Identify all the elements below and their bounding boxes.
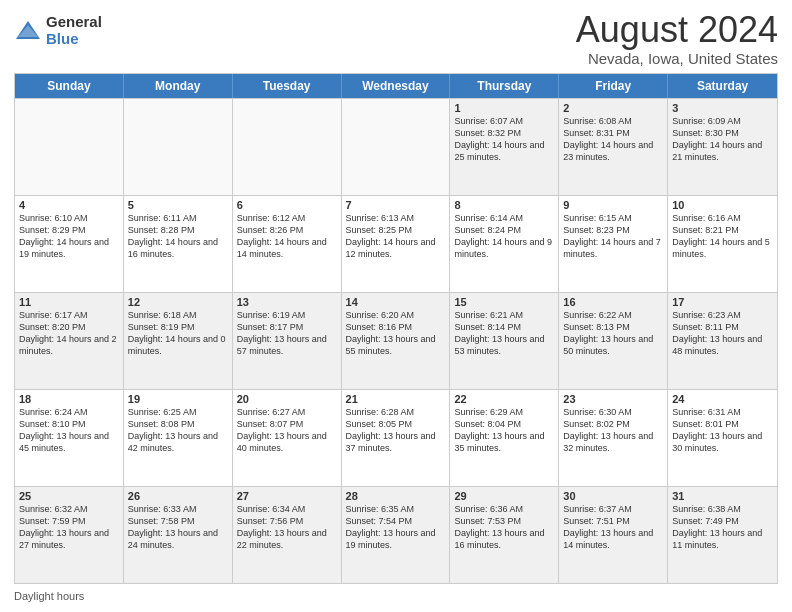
day-info: Sunrise: 6:12 AM Sunset: 8:26 PM Dayligh…	[237, 212, 337, 261]
calendar-body: 1Sunrise: 6:07 AM Sunset: 8:32 PM Daylig…	[15, 98, 777, 583]
day-number: 24	[672, 393, 773, 405]
day-number: 5	[128, 199, 228, 211]
calendar-cell: 6Sunrise: 6:12 AM Sunset: 8:26 PM Daylig…	[233, 196, 342, 292]
day-number: 12	[128, 296, 228, 308]
weekday-header: Thursday	[450, 74, 559, 98]
day-info: Sunrise: 6:14 AM Sunset: 8:24 PM Dayligh…	[454, 212, 554, 261]
day-info: Sunrise: 6:28 AM Sunset: 8:05 PM Dayligh…	[346, 406, 446, 455]
calendar-row: 11Sunrise: 6:17 AM Sunset: 8:20 PM Dayli…	[15, 292, 777, 389]
calendar-row: 1Sunrise: 6:07 AM Sunset: 8:32 PM Daylig…	[15, 98, 777, 195]
day-number: 15	[454, 296, 554, 308]
day-number: 30	[563, 490, 663, 502]
day-number: 13	[237, 296, 337, 308]
page: General Blue August 2024 Nevada, Iowa, U…	[0, 0, 792, 612]
day-info: Sunrise: 6:16 AM Sunset: 8:21 PM Dayligh…	[672, 212, 773, 261]
day-number: 9	[563, 199, 663, 211]
calendar-cell: 27Sunrise: 6:34 AM Sunset: 7:56 PM Dayli…	[233, 487, 342, 583]
day-number: 4	[19, 199, 119, 211]
day-number: 11	[19, 296, 119, 308]
logo: General Blue	[14, 14, 102, 47]
day-info: Sunrise: 6:36 AM Sunset: 7:53 PM Dayligh…	[454, 503, 554, 552]
calendar-cell: 7Sunrise: 6:13 AM Sunset: 8:25 PM Daylig…	[342, 196, 451, 292]
subtitle: Nevada, Iowa, United States	[576, 50, 778, 67]
calendar-cell: 25Sunrise: 6:32 AM Sunset: 7:59 PM Dayli…	[15, 487, 124, 583]
day-info: Sunrise: 6:20 AM Sunset: 8:16 PM Dayligh…	[346, 309, 446, 358]
calendar-cell: 30Sunrise: 6:37 AM Sunset: 7:51 PM Dayli…	[559, 487, 668, 583]
day-number: 23	[563, 393, 663, 405]
day-info: Sunrise: 6:31 AM Sunset: 8:01 PM Dayligh…	[672, 406, 773, 455]
calendar-cell: 26Sunrise: 6:33 AM Sunset: 7:58 PM Dayli…	[124, 487, 233, 583]
calendar-cell: 5Sunrise: 6:11 AM Sunset: 8:28 PM Daylig…	[124, 196, 233, 292]
calendar-cell: 21Sunrise: 6:28 AM Sunset: 8:05 PM Dayli…	[342, 390, 451, 486]
weekday-header: Monday	[124, 74, 233, 98]
calendar-row: 25Sunrise: 6:32 AM Sunset: 7:59 PM Dayli…	[15, 486, 777, 583]
logo-text: General Blue	[46, 14, 102, 47]
day-info: Sunrise: 6:21 AM Sunset: 8:14 PM Dayligh…	[454, 309, 554, 358]
weekday-header: Tuesday	[233, 74, 342, 98]
calendar-cell: 28Sunrise: 6:35 AM Sunset: 7:54 PM Dayli…	[342, 487, 451, 583]
day-info: Sunrise: 6:15 AM Sunset: 8:23 PM Dayligh…	[563, 212, 663, 261]
weekday-header: Sunday	[15, 74, 124, 98]
header: General Blue August 2024 Nevada, Iowa, U…	[14, 10, 778, 67]
day-number: 18	[19, 393, 119, 405]
title-block: August 2024 Nevada, Iowa, United States	[576, 10, 778, 67]
day-number: 21	[346, 393, 446, 405]
calendar-cell: 8Sunrise: 6:14 AM Sunset: 8:24 PM Daylig…	[450, 196, 559, 292]
day-number: 26	[128, 490, 228, 502]
day-info: Sunrise: 6:27 AM Sunset: 8:07 PM Dayligh…	[237, 406, 337, 455]
day-info: Sunrise: 6:25 AM Sunset: 8:08 PM Dayligh…	[128, 406, 228, 455]
daylight-label: Daylight hours	[14, 590, 84, 602]
day-info: Sunrise: 6:08 AM Sunset: 8:31 PM Dayligh…	[563, 115, 663, 164]
day-number: 3	[672, 102, 773, 114]
calendar-header: SundayMondayTuesdayWednesdayThursdayFrid…	[15, 74, 777, 98]
day-info: Sunrise: 6:32 AM Sunset: 7:59 PM Dayligh…	[19, 503, 119, 552]
calendar-cell	[342, 99, 451, 195]
day-number: 28	[346, 490, 446, 502]
day-info: Sunrise: 6:18 AM Sunset: 8:19 PM Dayligh…	[128, 309, 228, 358]
calendar-cell: 2Sunrise: 6:08 AM Sunset: 8:31 PM Daylig…	[559, 99, 668, 195]
day-number: 16	[563, 296, 663, 308]
day-info: Sunrise: 6:38 AM Sunset: 7:49 PM Dayligh…	[672, 503, 773, 552]
logo-general: General	[46, 14, 102, 31]
day-info: Sunrise: 6:17 AM Sunset: 8:20 PM Dayligh…	[19, 309, 119, 358]
calendar-cell: 12Sunrise: 6:18 AM Sunset: 8:19 PM Dayli…	[124, 293, 233, 389]
day-number: 20	[237, 393, 337, 405]
calendar-cell: 31Sunrise: 6:38 AM Sunset: 7:49 PM Dayli…	[668, 487, 777, 583]
calendar-cell: 20Sunrise: 6:27 AM Sunset: 8:07 PM Dayli…	[233, 390, 342, 486]
day-info: Sunrise: 6:30 AM Sunset: 8:02 PM Dayligh…	[563, 406, 663, 455]
day-number: 1	[454, 102, 554, 114]
calendar-row: 4Sunrise: 6:10 AM Sunset: 8:29 PM Daylig…	[15, 195, 777, 292]
day-info: Sunrise: 6:13 AM Sunset: 8:25 PM Dayligh…	[346, 212, 446, 261]
day-number: 17	[672, 296, 773, 308]
day-info: Sunrise: 6:34 AM Sunset: 7:56 PM Dayligh…	[237, 503, 337, 552]
day-info: Sunrise: 6:07 AM Sunset: 8:32 PM Dayligh…	[454, 115, 554, 164]
calendar-cell: 16Sunrise: 6:22 AM Sunset: 8:13 PM Dayli…	[559, 293, 668, 389]
calendar-cell: 14Sunrise: 6:20 AM Sunset: 8:16 PM Dayli…	[342, 293, 451, 389]
day-number: 6	[237, 199, 337, 211]
day-info: Sunrise: 6:19 AM Sunset: 8:17 PM Dayligh…	[237, 309, 337, 358]
calendar-cell: 18Sunrise: 6:24 AM Sunset: 8:10 PM Dayli…	[15, 390, 124, 486]
day-info: Sunrise: 6:29 AM Sunset: 8:04 PM Dayligh…	[454, 406, 554, 455]
calendar-row: 18Sunrise: 6:24 AM Sunset: 8:10 PM Dayli…	[15, 389, 777, 486]
day-info: Sunrise: 6:24 AM Sunset: 8:10 PM Dayligh…	[19, 406, 119, 455]
weekday-header: Wednesday	[342, 74, 451, 98]
day-number: 14	[346, 296, 446, 308]
weekday-header: Saturday	[668, 74, 777, 98]
day-number: 22	[454, 393, 554, 405]
day-info: Sunrise: 6:11 AM Sunset: 8:28 PM Dayligh…	[128, 212, 228, 261]
day-info: Sunrise: 6:33 AM Sunset: 7:58 PM Dayligh…	[128, 503, 228, 552]
weekday-header: Friday	[559, 74, 668, 98]
day-number: 7	[346, 199, 446, 211]
calendar-cell	[124, 99, 233, 195]
calendar-cell: 29Sunrise: 6:36 AM Sunset: 7:53 PM Dayli…	[450, 487, 559, 583]
day-number: 19	[128, 393, 228, 405]
day-info: Sunrise: 6:22 AM Sunset: 8:13 PM Dayligh…	[563, 309, 663, 358]
calendar-cell: 24Sunrise: 6:31 AM Sunset: 8:01 PM Dayli…	[668, 390, 777, 486]
footer: Daylight hours	[14, 590, 778, 602]
calendar-cell	[15, 99, 124, 195]
calendar-cell: 3Sunrise: 6:09 AM Sunset: 8:30 PM Daylig…	[668, 99, 777, 195]
day-number: 25	[19, 490, 119, 502]
svg-marker-1	[18, 25, 38, 37]
logo-blue: Blue	[46, 31, 102, 48]
day-info: Sunrise: 6:37 AM Sunset: 7:51 PM Dayligh…	[563, 503, 663, 552]
